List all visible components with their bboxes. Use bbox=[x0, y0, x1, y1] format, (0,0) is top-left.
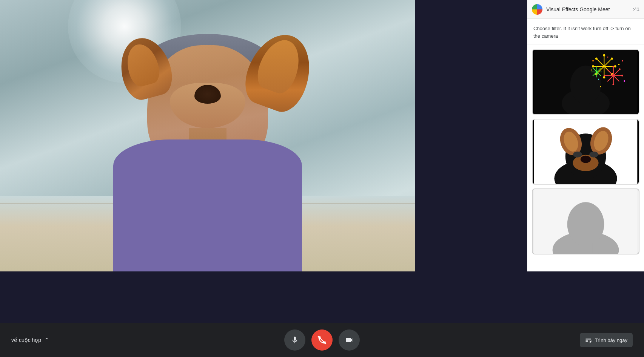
svg-point-63 bbox=[567, 202, 604, 246]
body bbox=[113, 139, 302, 271]
meeting-info-label: về cuộc họp bbox=[11, 337, 41, 343]
extension-title: Visual Effects Google Meet bbox=[546, 6, 629, 12]
svg-point-42 bbox=[607, 57, 609, 58]
filter-item-dog-mask[interactable] bbox=[532, 119, 639, 185]
end-call-button[interactable] bbox=[311, 329, 333, 351]
svg-point-17 bbox=[592, 65, 594, 67]
svg-point-43 bbox=[598, 79, 599, 80]
svg-point-30 bbox=[612, 83, 614, 85]
bottom-center-controls bbox=[284, 329, 360, 351]
svg-point-40 bbox=[592, 60, 594, 61]
extension-header: Visual Effects Google Meet :41 bbox=[527, 0, 644, 19]
svg-point-18 bbox=[595, 58, 598, 60]
svg-point-28 bbox=[619, 68, 621, 70]
main-container: Visual Effects Google Meet :41 Choose fi… bbox=[0, 0, 644, 357]
svg-point-15 bbox=[603, 76, 605, 78]
mic-button[interactable] bbox=[284, 329, 305, 351]
extension-icon bbox=[532, 4, 542, 15]
person bbox=[75, 15, 340, 271]
svg-point-44 bbox=[624, 80, 625, 82]
svg-point-59 bbox=[589, 152, 598, 158]
bottom-right: Trình bày ngay bbox=[580, 333, 633, 347]
svg-point-57 bbox=[581, 156, 591, 163]
svg-rect-51 bbox=[578, 171, 593, 182]
bottom-bar: về cuộc họp ⌃ bbox=[0, 323, 644, 357]
svg-point-47 bbox=[600, 86, 601, 87]
svg-point-11 bbox=[603, 54, 605, 57]
camera-button[interactable] bbox=[339, 329, 360, 351]
filter-item-no-filter[interactable] bbox=[532, 188, 639, 254]
svg-point-31 bbox=[604, 75, 605, 77]
filter-description: Choose filter. If it isn't work turn off… bbox=[527, 19, 644, 44]
present-label: Trình bày ngay bbox=[595, 337, 627, 343]
dog-muzzle bbox=[170, 83, 245, 128]
extension-time: :41 bbox=[633, 6, 639, 12]
svg-point-41 bbox=[618, 64, 619, 65]
svg-point-13 bbox=[614, 65, 616, 67]
svg-point-12 bbox=[611, 58, 613, 60]
svg-rect-64 bbox=[579, 243, 592, 253]
svg-point-58 bbox=[573, 152, 582, 158]
svg-point-29 bbox=[621, 75, 623, 77]
svg-point-45 bbox=[591, 69, 592, 70]
chevron-up-icon[interactable]: ⌃ bbox=[44, 337, 49, 344]
present-button[interactable]: Trình bày ngay bbox=[580, 333, 633, 347]
svg-point-46 bbox=[622, 60, 623, 61]
video-feed bbox=[0, 0, 415, 271]
filter-list[interactable] bbox=[527, 44, 644, 271]
bottom-left: về cuộc họp ⌃ bbox=[11, 337, 49, 344]
filter-item-fireworks[interactable] bbox=[532, 49, 639, 115]
svg-point-27 bbox=[612, 66, 614, 68]
side-panel: Visual Effects Google Meet :41 Choose fi… bbox=[527, 0, 644, 271]
dog-nose bbox=[194, 85, 221, 104]
